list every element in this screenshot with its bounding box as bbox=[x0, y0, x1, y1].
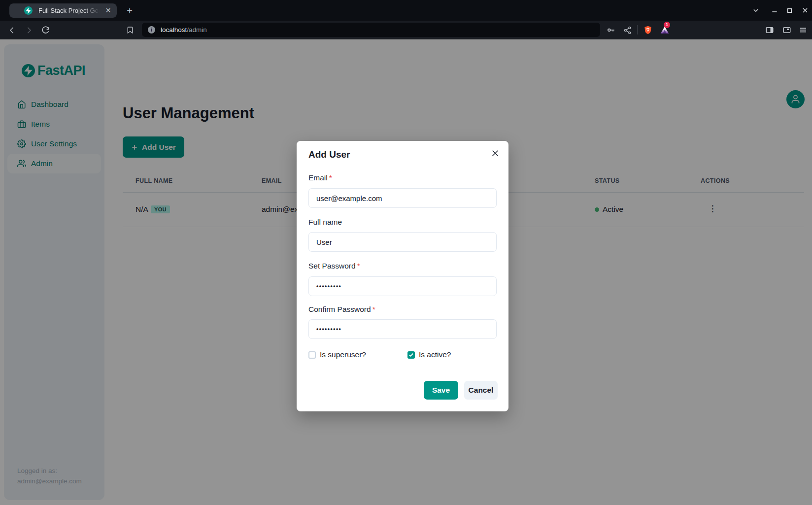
new-tab-button[interactable]: + bbox=[124, 5, 135, 16]
add-user-modal: Add User Email* Full name Set Password* … bbox=[297, 141, 508, 411]
required-mark: * bbox=[357, 262, 360, 270]
browser-tab[interactable]: Full Stack Project Genera ✕ bbox=[9, 3, 117, 18]
superuser-checkbox[interactable]: Is superuser? bbox=[308, 350, 366, 359]
brave-rewards-button[interactable]: 1 bbox=[659, 25, 670, 35]
confirm-password-label: Confirm Password* bbox=[308, 305, 375, 314]
reading-panel-button[interactable] bbox=[781, 25, 792, 35]
bookmark-button[interactable] bbox=[125, 25, 135, 35]
tab-title: Full Stack Project Genera bbox=[38, 7, 102, 14]
password-field[interactable] bbox=[308, 276, 497, 296]
tab-close-icon[interactable]: ✕ bbox=[104, 6, 112, 15]
password-manager-button[interactable] bbox=[606, 25, 616, 35]
sidebar-toggle-icon bbox=[765, 26, 774, 34]
maximize-button[interactable] bbox=[784, 5, 795, 16]
window-chevron-button[interactable] bbox=[750, 5, 761, 16]
url-text: localhost/admin bbox=[161, 26, 207, 34]
forward-icon bbox=[25, 26, 33, 34]
close-icon bbox=[491, 149, 499, 157]
close-icon bbox=[802, 7, 809, 14]
checkmark-icon bbox=[408, 352, 414, 358]
chevron-down-icon bbox=[752, 7, 759, 14]
url-host: localhost bbox=[161, 26, 187, 34]
tab-bar: Full Stack Project Genera ✕ + bbox=[0, 0, 812, 21]
site-info-icon[interactable]: i bbox=[148, 26, 155, 34]
browser-window: Full Stack Project Genera ✕ + i localhos… bbox=[0, 0, 812, 505]
save-button[interactable]: Save bbox=[424, 381, 458, 400]
confirm-password-field[interactable] bbox=[308, 319, 497, 339]
menu-button[interactable] bbox=[798, 25, 809, 35]
forward-button[interactable] bbox=[23, 25, 34, 35]
superuser-label: Is superuser? bbox=[320, 350, 366, 359]
minimize-button[interactable] bbox=[769, 5, 780, 16]
fullname-label: Full name bbox=[308, 218, 342, 227]
sidebar-toggle-button[interactable] bbox=[764, 25, 775, 35]
share-icon bbox=[623, 26, 632, 34]
share-button[interactable] bbox=[622, 25, 633, 35]
bookmark-icon bbox=[126, 26, 134, 34]
url-path: /admin bbox=[187, 26, 207, 34]
active-label: Is active? bbox=[419, 350, 451, 359]
maximize-icon bbox=[786, 7, 793, 14]
panel-icon bbox=[782, 26, 791, 34]
window-close-button[interactable] bbox=[800, 5, 811, 16]
reload-icon bbox=[41, 26, 50, 34]
back-icon bbox=[8, 26, 16, 34]
modal-title: Add User bbox=[308, 149, 350, 160]
minimize-icon bbox=[771, 7, 778, 14]
fastapi-favicon-icon bbox=[24, 6, 33, 15]
modal-close-button[interactable] bbox=[489, 147, 502, 160]
key-icon bbox=[607, 26, 615, 34]
fullname-field[interactable] bbox=[308, 232, 497, 252]
cancel-button[interactable]: Cancel bbox=[464, 381, 498, 400]
brave-shields-button[interactable] bbox=[643, 25, 653, 35]
email-field[interactable] bbox=[308, 188, 497, 208]
toolbar-divider bbox=[637, 25, 638, 34]
url-bar[interactable]: i localhost/admin bbox=[142, 23, 600, 37]
brave-shield-icon bbox=[643, 25, 653, 35]
checkbox-unchecked-icon[interactable] bbox=[308, 351, 316, 359]
back-button[interactable] bbox=[6, 25, 17, 35]
required-mark: * bbox=[372, 305, 375, 313]
email-label: Email* bbox=[308, 173, 332, 182]
rewards-badge: 1 bbox=[664, 22, 670, 28]
password-label: Set Password* bbox=[308, 262, 360, 270]
reload-button[interactable] bbox=[40, 25, 51, 35]
active-checkbox[interactable]: Is active? bbox=[407, 350, 451, 359]
required-mark: * bbox=[329, 173, 332, 182]
hamburger-icon bbox=[799, 26, 808, 34]
checkbox-checked-icon[interactable] bbox=[407, 351, 415, 359]
